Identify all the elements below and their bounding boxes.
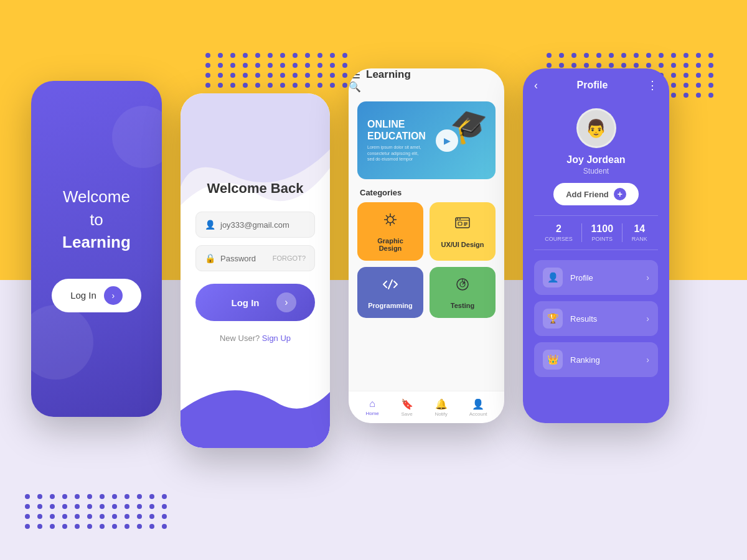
email-input-field[interactable]: 👤 joy333@gmail.com xyxy=(195,212,315,238)
forgot-button[interactable]: FORGOT? xyxy=(273,254,306,262)
password-placeholder: Password xyxy=(220,254,268,263)
banner-title: ONLINE EDUCATION xyxy=(367,118,426,142)
nav-save-label: Save xyxy=(401,411,412,417)
results-menu-label: Results xyxy=(570,314,639,324)
stat-divider-1 xyxy=(581,223,582,242)
programming-icon xyxy=(382,276,399,297)
category-testing[interactable]: Testing xyxy=(430,267,496,318)
courses-label: COURSES xyxy=(545,236,573,242)
stat-courses: 2 COURSES xyxy=(545,223,573,242)
welcome-login-arrow: › xyxy=(104,286,123,305)
banner-desc: Lorem ipsum dolor sit amet, consectetur … xyxy=(367,144,423,162)
profile-menu-label: Profile xyxy=(570,273,639,282)
category-programming[interactable]: Programming xyxy=(357,267,423,318)
profile-menu-icon: 👤 xyxy=(543,268,563,287)
menu-item-results[interactable]: 🏆 Results › xyxy=(534,301,658,336)
ux-design-icon xyxy=(454,215,471,236)
svg-line-5 xyxy=(386,215,388,218)
svg-line-6 xyxy=(393,222,395,225)
stat-divider-2 xyxy=(622,223,622,242)
category-ux-design[interactable]: UX/UI Design xyxy=(430,202,496,261)
user-role: Student xyxy=(583,167,609,175)
profile-phone: ‹ Profile ⋮ 👨 Joy Jordean Student Add Fr… xyxy=(523,68,669,423)
password-input-field[interactable]: 🔒 Password FORGOT? xyxy=(195,245,315,271)
learning-title: Learning xyxy=(366,68,411,81)
user-name: Joy Jordean xyxy=(566,154,625,166)
phones-container: Welcome to Learning Log In › Welcome Bac… xyxy=(31,81,716,448)
profile-avatar-section: 👨 Joy Jordean Student Add Friend + xyxy=(523,102,669,215)
back-button[interactable]: ‹ xyxy=(534,79,538,92)
nav-home-label: Home xyxy=(365,411,378,416)
categories-title: Categories xyxy=(349,179,504,202)
points-label: POINTS xyxy=(591,236,613,242)
testing-icon xyxy=(454,276,471,297)
courses-count: 2 xyxy=(545,223,573,235)
banner: ONLINE EDUCATION Lorem ipsum dolor sit a… xyxy=(357,101,496,179)
profile-menu-items: 👤 Profile › 🏆 Results › 👑 Ranking › xyxy=(523,250,669,387)
profile-title: Profile xyxy=(577,80,608,91)
login-button-label: Log In xyxy=(214,297,276,308)
login-phone: Welcome Back 👤 joy333@gmail.com 🔒 Passwo… xyxy=(181,93,330,448)
ranking-chevron-icon: › xyxy=(646,355,649,365)
add-friend-plus-icon: + xyxy=(614,188,626,200)
graphic-design-icon xyxy=(382,211,399,232)
results-menu-icon: 🏆 xyxy=(543,309,563,329)
ranking-menu-label: Ranking xyxy=(570,355,639,365)
profile-header: ‹ Profile ⋮ xyxy=(523,68,669,102)
profile-stats: 2 COURSES 1100 POINTS 14 RANK xyxy=(534,215,658,250)
categories-grid: Graphic Design UX/UI Design xyxy=(349,202,504,318)
bottom-navigation: ⌂ Home 🔖 Save 🔔 Notify 👤 Account xyxy=(349,391,504,423)
rank-label: RANK xyxy=(632,236,647,242)
login-arrow-icon: › xyxy=(276,292,296,312)
signup-link[interactable]: Sign Up xyxy=(262,334,291,343)
stat-rank: 14 RANK xyxy=(632,223,647,242)
learning-header: Learning 🔍 xyxy=(349,68,504,93)
svg-point-11 xyxy=(457,218,458,220)
add-friend-label: Add Friend xyxy=(566,190,609,199)
results-chevron-icon: › xyxy=(646,314,649,324)
welcome-title: Welcome to Learning xyxy=(62,185,131,253)
email-value: joy333@gmail.com xyxy=(220,220,306,230)
nav-save[interactable]: 🔖 Save xyxy=(401,398,413,417)
rank-count: 14 xyxy=(632,223,647,235)
svg-line-17 xyxy=(388,280,392,289)
graduation-cap-icon: 🎓 xyxy=(447,103,494,148)
login-title: Welcome Back xyxy=(195,180,315,197)
save-icon: 🔖 xyxy=(401,398,413,410)
welcome-login-label: Log In xyxy=(70,290,96,301)
welcome-login-button[interactable]: Log In › xyxy=(52,279,141,312)
dots-bottom-left: for(let i=0;i<48;i++) document.currentSc… xyxy=(25,494,169,529)
home-icon: ⌂ xyxy=(369,398,375,409)
account-icon: 👤 xyxy=(472,398,484,410)
user-avatar: 👨 xyxy=(576,108,616,148)
welcome-phone: Welcome to Learning Log In › xyxy=(31,81,162,417)
nav-notify-label: Notify xyxy=(435,411,447,417)
lock-icon: 🔒 xyxy=(205,253,215,263)
svg-line-8 xyxy=(386,222,388,225)
email-icon: 👤 xyxy=(205,220,215,230)
learning-phone: Learning 🔍 ONLINE EDUCATION Lorem ipsum … xyxy=(349,68,504,423)
nav-notify[interactable]: 🔔 Notify xyxy=(435,398,447,417)
menu-item-profile[interactable]: 👤 Profile › xyxy=(534,260,658,295)
banner-text: ONLINE EDUCATION Lorem ipsum dolor sit a… xyxy=(367,118,426,163)
new-user-section: New User? Sign Up xyxy=(195,334,315,343)
nav-home[interactable]: ⌂ Home xyxy=(365,398,378,416)
more-menu-button[interactable]: ⋮ xyxy=(647,78,658,92)
search-icon[interactable]: 🔍 xyxy=(349,82,361,92)
points-count: 1100 xyxy=(591,223,613,235)
testing-label: Testing xyxy=(451,302,474,309)
nav-account-label: Account xyxy=(469,411,487,417)
profile-chevron-icon: › xyxy=(646,273,649,282)
login-button[interactable]: Log In › xyxy=(195,284,315,321)
menu-item-ranking[interactable]: 👑 Ranking › xyxy=(534,342,658,377)
graphic-design-label: Graphic Design xyxy=(366,237,415,252)
nav-account[interactable]: 👤 Account xyxy=(469,398,487,417)
ux-design-label: UX/UI Design xyxy=(441,241,484,248)
category-graphic-design[interactable]: Graphic Design xyxy=(357,202,423,261)
add-friend-button[interactable]: Add Friend + xyxy=(553,183,639,205)
notify-icon: 🔔 xyxy=(435,398,448,410)
programming-label: Programming xyxy=(368,302,413,309)
svg-line-23 xyxy=(463,282,464,284)
stat-points: 1100 POINTS xyxy=(591,223,613,242)
svg-rect-13 xyxy=(458,222,462,225)
